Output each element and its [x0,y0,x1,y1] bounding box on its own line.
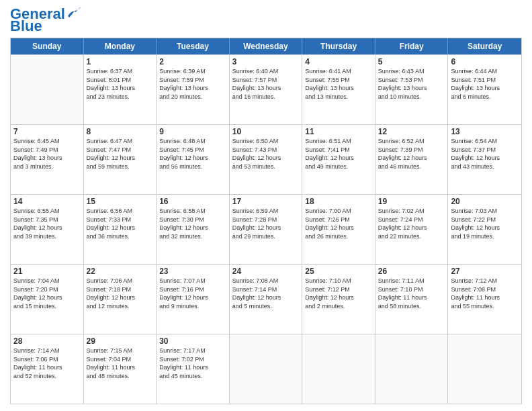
cell-info: Sunrise: 6:47 AM Sunset: 7:47 PM Dayligh… [87,137,154,171]
calendar-cell-r0c6: 6Sunrise: 6:44 AM Sunset: 7:51 PM Daylig… [448,55,521,124]
calendar-cell-r0c2: 2Sunrise: 6:39 AM Sunset: 7:59 PM Daylig… [157,55,230,124]
calendar-cell-r0c0 [11,55,84,124]
day-number: 2 [159,57,226,66]
day-number: 21 [13,267,81,276]
calendar-row-0: 1Sunrise: 6:37 AM Sunset: 8:01 PM Daylig… [11,54,521,124]
day-number: 23 [159,267,226,276]
day-number: 27 [451,267,519,276]
day-number: 10 [232,127,300,136]
header: General Blue [10,7,522,34]
cell-info: Sunrise: 6:51 AM Sunset: 7:41 PM Dayligh… [305,137,372,171]
header-day-saturday: Saturday [448,38,521,54]
day-number: 28 [13,336,81,346]
cell-info: Sunrise: 7:14 AM Sunset: 7:06 PM Dayligh… [13,347,81,380]
calendar-cell-r1c0: 7Sunrise: 6:45 AM Sunset: 7:49 PM Daylig… [11,125,84,194]
calendar-cell-r0c1: 1Sunrise: 6:37 AM Sunset: 8:01 PM Daylig… [84,55,157,124]
header-day-wednesday: Wednesday [230,38,303,54]
cell-info: Sunrise: 6:45 AM Sunset: 7:49 PM Dayligh… [13,137,81,171]
calendar-cell-r3c2: 23Sunrise: 7:07 AM Sunset: 7:16 PM Dayli… [157,265,230,334]
header-day-monday: Monday [84,38,157,54]
cell-info: Sunrise: 6:54 AM Sunset: 7:37 PM Dayligh… [451,137,519,171]
header-day-friday: Friday [375,38,449,54]
cell-info: Sunrise: 6:58 AM Sunset: 7:30 PM Dayligh… [159,207,226,240]
cell-info: Sunrise: 7:00 AM Sunset: 7:26 PM Dayligh… [305,207,372,240]
calendar-cell-r3c6: 27Sunrise: 7:12 AM Sunset: 7:08 PM Dayli… [448,265,521,334]
cell-info: Sunrise: 6:48 AM Sunset: 7:45 PM Dayligh… [159,137,226,171]
day-number: 12 [378,127,445,136]
day-number: 18 [305,197,372,206]
day-number: 5 [378,57,445,66]
cell-info: Sunrise: 6:56 AM Sunset: 7:33 PM Dayligh… [87,207,154,240]
calendar-cell-r2c6: 20Sunrise: 7:03 AM Sunset: 7:22 PM Dayli… [448,195,521,264]
calendar-cell-r0c4: 4Sunrise: 6:41 AM Sunset: 7:55 PM Daylig… [302,55,375,124]
day-number: 19 [378,197,445,206]
calendar: SundayMondayTuesdayWednesdayThursdayFrid… [10,38,522,404]
cell-info: Sunrise: 7:12 AM Sunset: 7:08 PM Dayligh… [451,277,519,310]
calendar-cell-r3c5: 26Sunrise: 7:11 AM Sunset: 7:10 PM Dayli… [375,265,449,334]
cell-info: Sunrise: 7:06 AM Sunset: 7:18 PM Dayligh… [87,277,154,310]
day-number: 24 [232,267,300,276]
cell-info: Sunrise: 7:11 AM Sunset: 7:10 PM Dayligh… [378,277,445,310]
day-number: 30 [159,336,226,346]
calendar-cell-r2c4: 18Sunrise: 7:00 AM Sunset: 7:26 PM Dayli… [302,195,375,264]
cell-info: Sunrise: 7:03 AM Sunset: 7:22 PM Dayligh… [451,207,519,240]
calendar-cell-r2c3: 17Sunrise: 6:59 AM Sunset: 7:28 PM Dayli… [230,195,303,264]
calendar-cell-r2c5: 19Sunrise: 7:02 AM Sunset: 7:24 PM Dayli… [375,195,449,264]
day-number: 25 [305,267,372,276]
calendar-cell-r0c3: 3Sunrise: 6:40 AM Sunset: 7:57 PM Daylig… [230,55,303,124]
day-number: 14 [13,197,81,206]
calendar-cell-r1c6: 13Sunrise: 6:54 AM Sunset: 7:37 PM Dayli… [448,125,521,194]
calendar-cell-r3c3: 24Sunrise: 7:08 AM Sunset: 7:14 PM Dayli… [230,265,303,334]
day-number: 3 [232,57,300,66]
calendar-row-4: 28Sunrise: 7:14 AM Sunset: 7:06 PM Dayli… [11,334,521,404]
calendar-cell-r1c4: 11Sunrise: 6:51 AM Sunset: 7:41 PM Dayli… [302,125,375,194]
cell-info: Sunrise: 6:44 AM Sunset: 7:51 PM Dayligh… [451,67,519,101]
cell-info: Sunrise: 7:07 AM Sunset: 7:16 PM Dayligh… [159,277,226,310]
cell-info: Sunrise: 6:55 AM Sunset: 7:35 PM Dayligh… [13,207,81,240]
calendar-cell-r4c0: 28Sunrise: 7:14 AM Sunset: 7:06 PM Dayli… [11,334,84,404]
calendar-cell-r3c0: 21Sunrise: 7:04 AM Sunset: 7:20 PM Dayli… [11,265,84,334]
logo: General Blue [10,7,81,34]
day-number: 11 [305,127,372,136]
calendar-cell-r1c1: 8Sunrise: 6:47 AM Sunset: 7:47 PM Daylig… [84,125,157,194]
calendar-body: 1Sunrise: 6:37 AM Sunset: 8:01 PM Daylig… [11,54,521,404]
calendar-cell-r1c2: 9Sunrise: 6:48 AM Sunset: 7:45 PM Daylig… [157,125,230,194]
cell-info: Sunrise: 7:17 AM Sunset: 7:02 PM Dayligh… [159,347,226,380]
cell-info: Sunrise: 6:52 AM Sunset: 7:39 PM Dayligh… [378,137,445,171]
header-day-sunday: Sunday [11,38,84,54]
day-number: 8 [87,127,154,136]
header-day-tuesday: Tuesday [157,38,230,54]
day-number: 4 [305,57,372,66]
calendar-header: SundayMondayTuesdayWednesdayThursdayFrid… [11,38,521,54]
calendar-cell-r3c4: 25Sunrise: 7:10 AM Sunset: 7:12 PM Dayli… [302,265,375,334]
cell-info: Sunrise: 6:50 AM Sunset: 7:43 PM Dayligh… [232,137,300,171]
logo-text-blue: Blue [10,17,42,34]
calendar-row-1: 7Sunrise: 6:45 AM Sunset: 7:49 PM Daylig… [11,124,521,194]
calendar-cell-r4c6 [448,334,521,404]
calendar-cell-r2c2: 16Sunrise: 6:58 AM Sunset: 7:30 PM Dayli… [157,195,230,264]
cell-info: Sunrise: 6:43 AM Sunset: 7:53 PM Dayligh… [378,67,445,101]
day-number: 7 [13,127,81,136]
cell-info: Sunrise: 6:39 AM Sunset: 7:59 PM Dayligh… [159,67,226,101]
calendar-cell-r1c3: 10Sunrise: 6:50 AM Sunset: 7:43 PM Dayli… [230,125,303,194]
calendar-row-3: 21Sunrise: 7:04 AM Sunset: 7:20 PM Dayli… [11,264,521,334]
calendar-cell-r4c4 [302,334,375,404]
day-number: 6 [451,57,519,66]
cell-info: Sunrise: 6:40 AM Sunset: 7:57 PM Dayligh… [232,67,300,101]
day-number: 13 [451,127,519,136]
cell-info: Sunrise: 7:10 AM Sunset: 7:12 PM Dayligh… [305,277,372,310]
calendar-cell-r3c1: 22Sunrise: 7:06 AM Sunset: 7:18 PM Dayli… [84,265,157,334]
day-number: 17 [232,197,300,206]
cell-info: Sunrise: 7:04 AM Sunset: 7:20 PM Dayligh… [13,277,81,310]
day-number: 1 [87,57,154,66]
cell-info: Sunrise: 7:15 AM Sunset: 7:04 PM Dayligh… [87,347,154,380]
day-number: 29 [87,336,154,346]
day-number: 15 [87,197,154,206]
day-number: 22 [87,267,154,276]
cell-info: Sunrise: 6:41 AM Sunset: 7:55 PM Dayligh… [305,67,372,101]
day-number: 9 [159,127,226,136]
page: General Blue SundayMondayTuesdayWednesda… [0,0,532,411]
header-day-thursday: Thursday [302,38,375,54]
day-number: 16 [159,197,226,206]
day-number: 26 [378,267,445,276]
